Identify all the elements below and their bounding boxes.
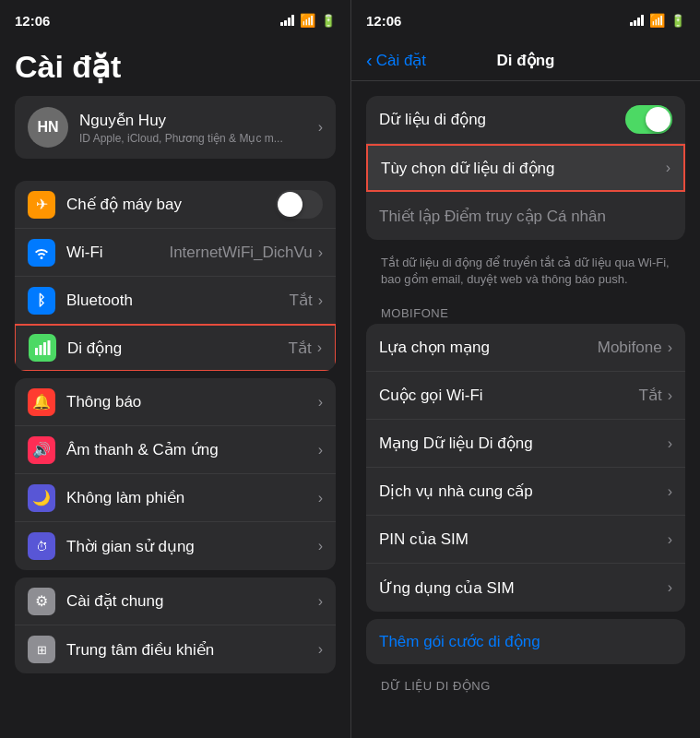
profile-subtitle: ID Apple, iCloud, Phương tiện & Mục m... — [79, 132, 318, 145]
right-battery-icon: 🔋 — [670, 14, 685, 28]
data-toggle-knob — [646, 107, 670, 132]
right-wifi-icon: 📶 — [649, 13, 665, 28]
wifi-chevron: › — [318, 244, 323, 261]
data-toggle[interactable] — [625, 105, 672, 134]
general-label: Cài đặt chung — [66, 591, 318, 611]
simpin-row[interactable]: PIN của SIM › — [366, 516, 685, 564]
dnd-chevron: › — [318, 490, 323, 506]
screentime-row[interactable]: ⏱ Thời gian sử dụng › — [15, 522, 336, 570]
sound-chevron: › — [318, 442, 323, 458]
right-time: 12:06 — [366, 13, 401, 29]
notification-row[interactable]: 🔔 Thông báo › — [15, 378, 336, 426]
sound-label: Âm thanh & Cảm ứng — [66, 440, 318, 459]
control-icon: ⊞ — [28, 636, 55, 663]
mobilenet-chevron: › — [668, 435, 672, 452]
page-title: Cài đặt — [0, 41, 350, 96]
sound-icon: 🔊 — [28, 436, 55, 464]
cellular-row[interactable]: Di động Tắt › — [15, 324, 336, 371]
network-label: Lựa chọn mạng — [379, 338, 598, 357]
simpin-chevron: › — [668, 531, 672, 548]
general-icon: ⚙ — [28, 588, 55, 615]
profile-name: Nguyễn Huy — [79, 111, 318, 130]
provider-chevron: › — [668, 483, 672, 500]
mobilenet-row[interactable]: Mạng Dữ liệu Di động › — [366, 420, 685, 468]
right-status-icons: 📶 🔋 — [630, 13, 685, 28]
control-label: Trung tâm điều khiển — [66, 640, 318, 660]
left-status-bar: 12:06 📶 🔋 — [0, 0, 350, 41]
control-chevron: › — [318, 641, 323, 658]
right-nav: ‹ Cài đặt Di động — [351, 41, 700, 81]
simapp-row[interactable]: Ứng dụng của SIM › — [366, 564, 685, 612]
general-row[interactable]: ⚙ Cài đặt chung › — [15, 577, 336, 625]
data-options-label: Tùy chọn dữ liệu di động — [381, 159, 666, 178]
screentime-chevron: › — [318, 538, 323, 554]
svg-rect-0 — [35, 348, 38, 355]
left-status-icons: 📶 🔋 — [280, 13, 336, 28]
notification-chevron: › — [318, 394, 323, 411]
wificall-value: Tắt — [639, 386, 662, 405]
mobilenet-label: Mạng Dữ liệu Di động — [379, 434, 668, 453]
mobile-group: Lựa chọn mạng Mobifone › Cuộc gọi Wi-Fi … — [366, 324, 685, 612]
airplane-toggle[interactable] — [276, 190, 323, 219]
cellular-chevron: › — [317, 339, 322, 356]
notifications-group: 🔔 Thông báo › 🔊 Âm thanh & Cảm ứng › 🌙 K… — [15, 378, 336, 570]
wifi-label: Wi-Fi — [66, 244, 169, 262]
profile-chevron: › — [318, 119, 323, 136]
screentime-icon: ⏱ — [28, 532, 55, 560]
simapp-chevron: › — [668, 579, 672, 596]
network-chevron: › — [668, 339, 672, 356]
bluetooth-chevron: › — [318, 292, 323, 309]
simpin-label: PIN của SIM — [379, 530, 668, 549]
data-toggle-row[interactable]: Dữ liệu di động — [366, 96, 685, 144]
wifi-row-icon — [28, 239, 55, 267]
data-note: Tắt dữ liệu di động để truyền tắt cả dữ … — [351, 247, 700, 299]
hotspot-row[interactable]: Thiết lập Điểm truy cập Cá nhân — [366, 192, 685, 240]
back-button[interactable]: ‹ Cài đặt — [366, 50, 426, 71]
data-options-row[interactable]: Tùy chọn dữ liệu di động › — [366, 144, 685, 192]
profile-info: Nguyễn Huy ID Apple, iCloud, Phương tiện… — [79, 111, 318, 145]
data-options-chevron: › — [666, 160, 670, 176]
airplane-label: Chế độ máy bay — [66, 195, 276, 214]
airplane-row[interactable]: ✈ Chế độ máy bay — [15, 181, 336, 229]
bluetooth-row[interactable]: ᛒ Bluetooth Tắt › — [15, 277, 336, 325]
profile-row[interactable]: HN Nguyễn Huy ID Apple, iCloud, Phương t… — [15, 96, 336, 159]
battery-icon: 🔋 — [321, 14, 336, 28]
sound-row[interactable]: 🔊 Âm thanh & Cảm ứng › — [15, 426, 336, 474]
airplane-toggle-knob — [278, 192, 303, 217]
dnd-icon: 🌙 — [28, 484, 55, 512]
right-signal-icon — [630, 15, 644, 26]
add-plan-group: Thêm gói cước di động — [366, 619, 685, 664]
wificall-row[interactable]: Cuộc gọi Wi-Fi Tắt › — [366, 372, 685, 420]
screentime-label: Thời gian sử dụng — [66, 537, 318, 556]
network-row[interactable]: Lựa chọn mạng Mobifone › — [366, 324, 685, 372]
mobifone-section-header: MOBIFONE — [351, 299, 700, 324]
wifi-value: InternetWiFi_DichVu — [169, 244, 312, 262]
provider-row[interactable]: Dịch vụ nhà cung cấp › — [366, 468, 685, 516]
wifi-row[interactable]: Wi-Fi InternetWiFi_DichVu › — [15, 229, 336, 277]
cellular-label: Di động — [67, 339, 289, 358]
svg-rect-1 — [40, 345, 42, 355]
notification-label: Thông báo — [66, 393, 318, 411]
right-content: Dữ liệu di động Tùy chọn dữ liệu di động… — [351, 81, 700, 738]
notification-icon: 🔔 — [28, 388, 55, 416]
signal-icon — [280, 15, 294, 26]
wificall-chevron: › — [668, 387, 672, 404]
bluetooth-value: Tắt — [290, 291, 313, 310]
right-panel: 12:06 📶 🔋 ‹ Cài đặt Di động Dữ liệu di đ… — [350, 0, 700, 738]
right-nav-title: Di động — [497, 51, 555, 70]
svg-rect-2 — [43, 342, 46, 355]
cellular-value: Tắt — [289, 339, 312, 358]
dnd-row[interactable]: 🌙 Không làm phiền › — [15, 474, 336, 522]
bluetooth-label: Bluetooth — [66, 292, 290, 310]
provider-label: Dịch vụ nhà cung cấp — [379, 482, 668, 501]
avatar: HN — [28, 107, 68, 148]
bluetooth-icon: ᛒ — [28, 287, 55, 315]
network-value: Mobifone — [598, 339, 662, 357]
control-row[interactable]: ⊞ Trung tâm điều khiển › — [15, 625, 336, 673]
left-panel: 12:06 📶 🔋 Cài đặt HN Nguyễn Huy ID Apple… — [0, 0, 350, 738]
back-label: Cài đặt — [376, 51, 426, 70]
connectivity-group: ✈ Chế độ máy bay Wi-Fi InternetWiFi_Dich… — [15, 181, 336, 371]
add-plan-link[interactable]: Thêm gói cước di động — [366, 619, 685, 664]
dnd-label: Không làm phiền — [66, 488, 318, 507]
bottom-section-header: DỮ LIỆU DI ĐỘNG — [351, 672, 700, 696]
